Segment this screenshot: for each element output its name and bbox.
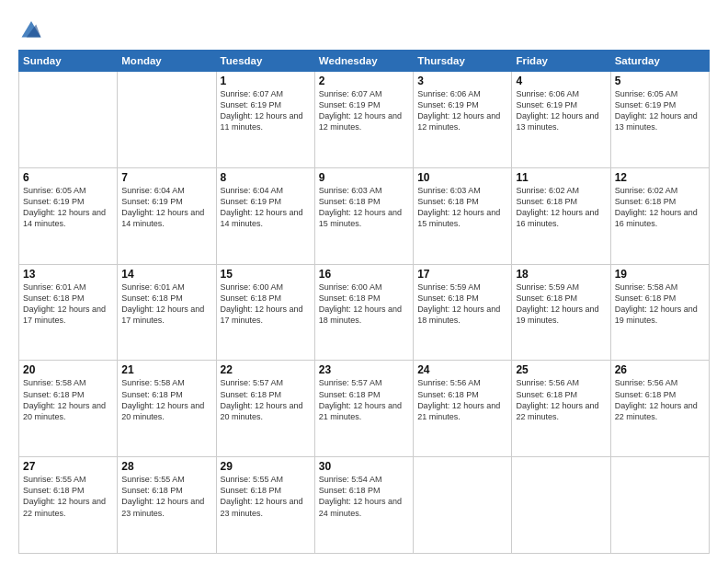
day-number: 19 xyxy=(615,268,705,281)
weekday-header-wednesday: Wednesday xyxy=(314,51,413,72)
day-number: 26 xyxy=(615,363,705,376)
day-info: Sunrise: 5:59 AM Sunset: 6:18 PM Dayligh… xyxy=(417,282,507,327)
calendar-week-row: 1Sunrise: 6:07 AM Sunset: 6:19 PM Daylig… xyxy=(19,72,710,168)
day-number: 22 xyxy=(221,363,311,376)
calendar-cell: 5Sunrise: 6:05 AM Sunset: 6:19 PM Daylig… xyxy=(610,72,709,168)
day-info: Sunrise: 6:06 AM Sunset: 6:19 PM Dayligh… xyxy=(516,88,606,133)
day-info: Sunrise: 6:01 AM Sunset: 6:18 PM Dayligh… xyxy=(121,282,211,327)
calendar-cell: 9Sunrise: 6:03 AM Sunset: 6:18 PM Daylig… xyxy=(314,167,413,264)
day-number: 2 xyxy=(319,75,409,87)
day-number: 1 xyxy=(221,75,311,87)
calendar-cell: 26Sunrise: 5:56 AM Sunset: 6:18 PM Dayli… xyxy=(610,361,709,457)
day-info: Sunrise: 6:05 AM Sunset: 6:19 PM Dayligh… xyxy=(23,185,113,230)
calendar-cell: 6Sunrise: 6:05 AM Sunset: 6:19 PM Daylig… xyxy=(19,167,118,264)
day-number: 11 xyxy=(516,171,606,184)
weekday-header-saturday: Saturday xyxy=(610,51,709,72)
day-info: Sunrise: 5:56 AM Sunset: 6:18 PM Dayligh… xyxy=(417,377,507,422)
day-number: 5 xyxy=(615,75,705,87)
calendar-cell: 22Sunrise: 5:57 AM Sunset: 6:18 PM Dayli… xyxy=(216,361,314,457)
calendar-table: SundayMondayTuesdayWednesdayThursdayFrid… xyxy=(18,50,710,554)
calendar-cell: 4Sunrise: 6:06 AM Sunset: 6:19 PM Daylig… xyxy=(512,72,610,168)
day-number: 25 xyxy=(516,363,606,376)
weekday-header-sunday: Sunday xyxy=(19,51,118,72)
calendar-cell: 23Sunrise: 5:57 AM Sunset: 6:18 PM Dayli… xyxy=(314,361,413,457)
day-number: 9 xyxy=(319,171,409,184)
day-number: 23 xyxy=(319,363,409,376)
day-info: Sunrise: 5:56 AM Sunset: 6:18 PM Dayligh… xyxy=(516,377,606,422)
calendar-cell: 18Sunrise: 5:59 AM Sunset: 6:18 PM Dayli… xyxy=(512,264,610,361)
day-info: Sunrise: 5:56 AM Sunset: 6:18 PM Dayligh… xyxy=(615,377,705,422)
day-info: Sunrise: 6:00 AM Sunset: 6:18 PM Dayligh… xyxy=(319,282,409,327)
calendar-cell xyxy=(19,72,118,168)
day-info: Sunrise: 5:57 AM Sunset: 6:18 PM Dayligh… xyxy=(319,377,409,422)
day-info: Sunrise: 5:57 AM Sunset: 6:18 PM Dayligh… xyxy=(221,377,311,422)
day-info: Sunrise: 5:58 AM Sunset: 6:18 PM Dayligh… xyxy=(615,282,705,327)
calendar-cell xyxy=(610,457,709,554)
calendar-cell: 11Sunrise: 6:02 AM Sunset: 6:18 PM Dayli… xyxy=(512,167,610,264)
day-info: Sunrise: 6:05 AM Sunset: 6:19 PM Dayligh… xyxy=(615,88,705,133)
calendar-cell: 20Sunrise: 5:58 AM Sunset: 6:18 PM Dayli… xyxy=(19,361,118,457)
calendar-cell: 8Sunrise: 6:04 AM Sunset: 6:19 PM Daylig… xyxy=(216,167,314,264)
calendar-cell: 27Sunrise: 5:55 AM Sunset: 6:18 PM Dayli… xyxy=(19,457,118,554)
calendar-week-row: 20Sunrise: 5:58 AM Sunset: 6:18 PM Dayli… xyxy=(19,361,710,457)
day-number: 14 xyxy=(121,268,211,281)
calendar-cell: 12Sunrise: 6:02 AM Sunset: 6:18 PM Dayli… xyxy=(610,167,709,264)
day-number: 18 xyxy=(516,268,606,281)
weekday-header-tuesday: Tuesday xyxy=(216,51,314,72)
page-header xyxy=(18,15,710,40)
day-number: 12 xyxy=(615,171,705,184)
day-info: Sunrise: 5:58 AM Sunset: 6:18 PM Dayligh… xyxy=(121,377,211,422)
calendar-cell: 2Sunrise: 6:07 AM Sunset: 6:19 PM Daylig… xyxy=(314,72,413,168)
day-number: 7 xyxy=(121,171,211,184)
day-info: Sunrise: 5:55 AM Sunset: 6:18 PM Dayligh… xyxy=(23,474,113,519)
day-number: 4 xyxy=(516,75,606,87)
calendar-cell: 15Sunrise: 6:00 AM Sunset: 6:18 PM Dayli… xyxy=(216,264,314,361)
calendar-week-row: 6Sunrise: 6:05 AM Sunset: 6:19 PM Daylig… xyxy=(19,167,710,264)
day-number: 21 xyxy=(121,363,211,376)
day-info: Sunrise: 6:07 AM Sunset: 6:19 PM Dayligh… xyxy=(319,88,409,133)
day-info: Sunrise: 5:55 AM Sunset: 6:18 PM Dayligh… xyxy=(121,474,211,519)
calendar-cell: 17Sunrise: 5:59 AM Sunset: 6:18 PM Dayli… xyxy=(414,264,512,361)
calendar-cell xyxy=(414,457,512,554)
calendar-cell: 21Sunrise: 5:58 AM Sunset: 6:18 PM Dayli… xyxy=(118,361,216,457)
day-number: 8 xyxy=(221,171,311,184)
day-info: Sunrise: 6:06 AM Sunset: 6:19 PM Dayligh… xyxy=(417,88,507,133)
logo xyxy=(18,15,48,40)
day-number: 20 xyxy=(23,363,113,376)
calendar-cell: 3Sunrise: 6:06 AM Sunset: 6:19 PM Daylig… xyxy=(414,72,512,168)
day-number: 17 xyxy=(417,268,507,281)
day-info: Sunrise: 6:03 AM Sunset: 6:18 PM Dayligh… xyxy=(417,185,507,230)
weekday-header-monday: Monday xyxy=(118,51,216,72)
calendar-cell: 29Sunrise: 5:55 AM Sunset: 6:18 PM Dayli… xyxy=(216,457,314,554)
calendar-cell: 30Sunrise: 5:54 AM Sunset: 6:18 PM Dayli… xyxy=(314,457,413,554)
day-number: 16 xyxy=(319,268,409,281)
day-info: Sunrise: 6:03 AM Sunset: 6:18 PM Dayligh… xyxy=(319,185,409,230)
logo-icon xyxy=(18,15,44,40)
day-info: Sunrise: 5:55 AM Sunset: 6:18 PM Dayligh… xyxy=(221,474,311,519)
day-info: Sunrise: 5:54 AM Sunset: 6:18 PM Dayligh… xyxy=(319,474,409,519)
calendar-body: 1Sunrise: 6:07 AM Sunset: 6:19 PM Daylig… xyxy=(19,72,710,554)
day-info: Sunrise: 5:58 AM Sunset: 6:18 PM Dayligh… xyxy=(23,377,113,422)
calendar-header: SundayMondayTuesdayWednesdayThursdayFrid… xyxy=(19,51,710,72)
calendar-cell: 25Sunrise: 5:56 AM Sunset: 6:18 PM Dayli… xyxy=(512,361,610,457)
calendar-cell: 7Sunrise: 6:04 AM Sunset: 6:19 PM Daylig… xyxy=(118,167,216,264)
calendar-week-row: 13Sunrise: 6:01 AM Sunset: 6:18 PM Dayli… xyxy=(19,264,710,361)
calendar-cell xyxy=(512,457,610,554)
day-info: Sunrise: 5:59 AM Sunset: 6:18 PM Dayligh… xyxy=(516,282,606,327)
day-info: Sunrise: 6:04 AM Sunset: 6:19 PM Dayligh… xyxy=(121,185,211,230)
calendar-cell: 1Sunrise: 6:07 AM Sunset: 6:19 PM Daylig… xyxy=(216,72,314,168)
day-number: 13 xyxy=(23,268,113,281)
day-number: 28 xyxy=(121,460,211,473)
day-info: Sunrise: 6:04 AM Sunset: 6:19 PM Dayligh… xyxy=(221,185,311,230)
calendar-cell xyxy=(118,72,216,168)
calendar-cell: 28Sunrise: 5:55 AM Sunset: 6:18 PM Dayli… xyxy=(118,457,216,554)
day-number: 10 xyxy=(417,171,507,184)
calendar-cell: 16Sunrise: 6:00 AM Sunset: 6:18 PM Dayli… xyxy=(314,264,413,361)
day-number: 29 xyxy=(221,460,311,473)
day-info: Sunrise: 6:00 AM Sunset: 6:18 PM Dayligh… xyxy=(221,282,311,327)
calendar-week-row: 27Sunrise: 5:55 AM Sunset: 6:18 PM Dayli… xyxy=(19,457,710,554)
day-number: 6 xyxy=(23,171,113,184)
calendar-cell: 24Sunrise: 5:56 AM Sunset: 6:18 PM Dayli… xyxy=(414,361,512,457)
day-number: 15 xyxy=(221,268,311,281)
day-info: Sunrise: 6:07 AM Sunset: 6:19 PM Dayligh… xyxy=(221,88,311,133)
